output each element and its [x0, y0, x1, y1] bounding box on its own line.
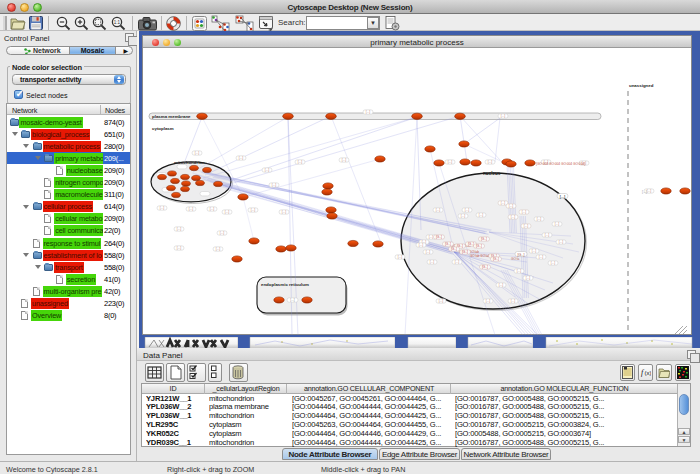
- svg-text:[...]: [...]: [501, 201, 506, 205]
- svg-text:[...]: [...]: [265, 168, 270, 172]
- svg-text:[G..]: [G..]: [481, 237, 487, 241]
- svg-text:[GO:004 GO:004 GO:004 GO:004]: [GO:004 GO:004 GO:004 GO:004]: [536, 162, 585, 166]
- svg-text:[...]: [...]: [455, 260, 460, 264]
- svg-text:[...]: [...]: [499, 283, 504, 287]
- svg-text:[...]: [...]: [282, 210, 287, 214]
- svg-text:[...]: [...]: [539, 255, 544, 259]
- svg-text:[...]: [...]: [298, 160, 303, 164]
- svg-text:plasma membrane: plasma membrane: [152, 114, 191, 119]
- svg-text:[...]: [...]: [160, 206, 165, 210]
- svg-text:[...]: [...]: [177, 246, 182, 250]
- svg-text:[...]: [...]: [225, 210, 230, 214]
- svg-text:[...]: [...]: [465, 208, 470, 212]
- svg-text:[...]: [...]: [189, 207, 194, 211]
- svg-text:[...]: [...]: [290, 298, 295, 302]
- svg-text:[G..]: [G..]: [468, 242, 474, 246]
- svg-text:[...]: [...]: [532, 249, 537, 253]
- svg-text:[G..]: [G..]: [518, 253, 525, 257]
- svg-text:[...]: [...]: [511, 299, 516, 303]
- svg-text:[...]: [...]: [251, 208, 256, 212]
- svg-text:[G..]: [G..]: [451, 247, 457, 251]
- svg-text:[G..]: [G..]: [445, 242, 451, 246]
- svg-text:[...]: [...]: [220, 231, 225, 235]
- svg-text:nucleus: nucleus: [483, 171, 501, 176]
- svg-text:[...]: [...]: [439, 299, 444, 303]
- svg-text:GO:lab GO:lab: GO:lab GO:lab: [470, 254, 490, 258]
- svg-text:[...]: [...]: [511, 215, 516, 219]
- svg-text:[G..]: [G..]: [493, 257, 499, 261]
- svg-text:[...]: [...]: [342, 158, 347, 162]
- svg-text:[...]: [...]: [419, 243, 424, 247]
- svg-text:[...]: [...]: [216, 247, 221, 251]
- svg-text:[...]: [...]: [239, 156, 244, 160]
- svg-text:[...]: [...]: [524, 224, 529, 228]
- svg-text:[...]: [...]: [545, 233, 550, 237]
- svg-text:[...]: [...]: [366, 110, 371, 114]
- svg-text:[...]: [...]: [526, 276, 531, 280]
- svg-text:[...]: [...]: [398, 255, 403, 259]
- svg-text:[...]: [...]: [429, 235, 434, 239]
- svg-text:[...]: [...]: [448, 160, 453, 164]
- svg-text:[...]: [...]: [426, 250, 431, 254]
- svg-text:[...]: [...]: [177, 227, 182, 231]
- svg-text:[G..]: [G..]: [462, 250, 468, 254]
- svg-text:[...]: [...]: [501, 114, 506, 118]
- svg-text:[...]: [...]: [647, 189, 652, 193]
- svg-text:[G..]: [G..]: [476, 244, 482, 248]
- svg-text:[...]: [...]: [522, 210, 527, 214]
- svg-text:(x): (x): [645, 370, 652, 376]
- svg-text:[...]: [...]: [559, 240, 564, 244]
- svg-text:[...]: [...]: [430, 260, 435, 264]
- svg-text:unassigned: unassigned: [629, 83, 654, 88]
- svg-text:mitochondrion: mitochondrion: [174, 160, 205, 165]
- svg-text:[...]: [...]: [479, 213, 484, 217]
- svg-text:endoplasmic reticulum: endoplasmic reticulum: [261, 282, 309, 287]
- svg-text:[...]: [...]: [461, 214, 466, 218]
- svg-text:[...]: [...]: [195, 151, 200, 155]
- svg-text:[...]: [...]: [509, 204, 514, 208]
- svg-text:[...]: [...]: [517, 269, 522, 273]
- svg-text:[...]: [...]: [486, 299, 491, 303]
- svg-text:[...]: [...]: [642, 190, 647, 194]
- svg-text:cytoplasm: cytoplasm: [152, 126, 174, 131]
- svg-text:1:1: 1:1: [114, 20, 121, 25]
- svg-text:[...]: [...]: [488, 160, 493, 164]
- svg-text:[...]: [...]: [551, 261, 556, 265]
- svg-text:[...]: [...]: [560, 195, 565, 199]
- svg-text:[...]: [...]: [436, 208, 441, 212]
- svg-text:[G..]: [G..]: [482, 265, 488, 269]
- svg-text:[...]: [...]: [555, 222, 560, 226]
- svg-text:GO:la: GO:la: [511, 257, 520, 261]
- svg-text:[...]: [...]: [210, 207, 215, 211]
- svg-text:[...]: [...]: [272, 183, 277, 187]
- svg-text:[G..]: [G..]: [436, 235, 442, 239]
- svg-text:[...]: [...]: [537, 217, 542, 221]
